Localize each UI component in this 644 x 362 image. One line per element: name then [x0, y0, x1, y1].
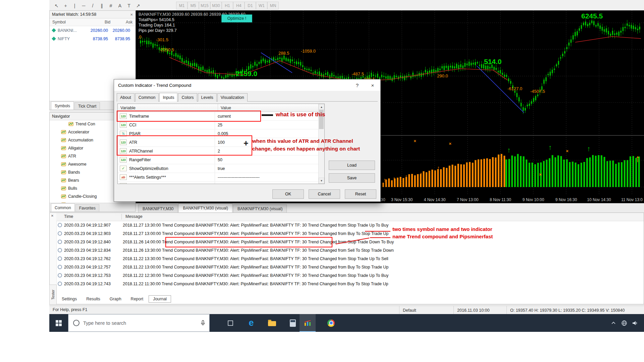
column-message[interactable]: Message — [125, 214, 143, 219]
journal-row[interactable]: 2020.03.23 04:19:12.8342018.11.26 13:30:… — [56, 246, 644, 254]
chart-tab-0[interactable]: BANKNIFTY,M30 — [138, 204, 178, 213]
timeframe-H4-button[interactable]: H4 — [233, 2, 245, 9]
scroll-down-icon[interactable]: ▼ — [319, 178, 324, 184]
journal-message: 2018.11.22 11:30:00 Trend Compound BANKN… — [123, 282, 388, 286]
dialog-tab-common[interactable]: Common — [135, 93, 159, 102]
column-bid[interactable]: Bid — [89, 20, 111, 24]
help-icon[interactable]: ? — [350, 79, 365, 91]
journal-row[interactable]: 2020.03.23 04:19:12.9032018.11.27 13:00:… — [56, 229, 644, 238]
chart-tab-2[interactable]: BANKNIFTY,M30 (visual) — [233, 204, 287, 213]
input-row-cci[interactable]: 123CCI25 — [118, 121, 324, 129]
journal-time: 2020.03.23 04:19:12.903 — [64, 231, 122, 236]
dialog-tab-levels[interactable]: Levels — [198, 93, 217, 102]
tester-tab-graph[interactable]: Graph — [106, 296, 125, 302]
type-check-icon: ✓ — [120, 166, 127, 171]
input-row-alerts-settings[interactable]: ab***Alerts Settings***-----------------… — [118, 173, 324, 182]
tool-vertical-line-icon[interactable]: | — [70, 1, 79, 10]
dialog-tab-about[interactable]: About — [117, 93, 135, 102]
market-watch-row[interactable]: NIFTY8738.958738.95 — [50, 35, 135, 43]
journal-row[interactable]: 2020.03.23 04:19:12.7572018.11.22 13:00:… — [56, 263, 644, 271]
edge-button[interactable]: e — [243, 314, 259, 332]
close-icon[interactable]: × — [130, 12, 133, 17]
tool-horizontal-line-icon[interactable]: ─ — [79, 1, 88, 10]
indicator-icon — [61, 178, 66, 182]
column-symbol[interactable]: Symbol — [50, 20, 89, 24]
timeframe-M1-button[interactable]: M1 — [176, 2, 187, 9]
indicator-name: Bands — [68, 170, 80, 175]
microphone-icon[interactable] — [201, 320, 205, 326]
file-explorer-button[interactable] — [264, 314, 280, 332]
scroll-up-icon[interactable]: ▲ — [319, 104, 324, 110]
dialog-tab-visualization[interactable]: Visualization — [217, 93, 248, 102]
dialog-tab-inputs[interactable]: Inputs — [159, 93, 177, 102]
svg-text:×: × — [566, 148, 569, 154]
dialog-tab-colors[interactable]: Colors — [178, 93, 197, 102]
tool-trendline-icon[interactable]: / — [88, 1, 97, 10]
tester-side-tab[interactable]: Tester — [49, 285, 57, 305]
journal-row[interactable]: 2020.03.23 04:19:12.7532018.11.22 12:30:… — [56, 271, 644, 280]
journal-message: 2018.11.27 13:30:00 Trend Compound BANKN… — [123, 223, 388, 228]
tool-text-label-icon[interactable]: T — [124, 1, 133, 10]
input-row-showoptimizebutton[interactable]: ✓ShowOptimizeButtontrue — [118, 164, 324, 173]
load-button[interactable]: Load — [329, 161, 375, 170]
tool-fibonacci-icon[interactable]: # — [106, 1, 115, 10]
timeframe-W1-button[interactable]: W1 — [256, 2, 267, 9]
task-view-button[interactable] — [222, 314, 238, 332]
timeframe-H1-button[interactable]: H1 — [222, 2, 233, 9]
tester-tab-journal[interactable]: Journal — [149, 295, 171, 303]
annotation-text: two times symbol name and two indicator — [392, 226, 492, 232]
variable-name: CCI — [129, 123, 137, 127]
svg-text:↑: ↑ — [587, 145, 591, 153]
reset-button[interactable]: Reset — [345, 189, 376, 199]
timeframe-MN-button[interactable]: MN — [267, 2, 279, 9]
market-watch-tab-tick-chart[interactable]: Tick Chart — [74, 102, 100, 110]
timeframe-M30-button[interactable]: M30 — [210, 2, 222, 9]
indicator-icon — [61, 186, 66, 190]
market-watch-row[interactable]: BANKNI...20260.0020260.00 — [50, 26, 135, 35]
metatrader-taskbar-button[interactable] — [300, 314, 316, 332]
annotation-dash — [262, 114, 273, 116]
svg-text:↑: ↑ — [393, 176, 396, 182]
dialog-titlebar[interactable]: Custom Indicator - Trend Compound — [114, 79, 380, 91]
tool-text-icon[interactable]: A — [115, 1, 124, 10]
timeframe-M15-button[interactable]: M15 — [199, 2, 210, 9]
column-ask[interactable]: Ask — [110, 20, 135, 24]
variable-name: ShowOptimizeButton — [129, 166, 168, 171]
navigator-tab-common[interactable]: Common — [51, 203, 75, 212]
tester-tab-bar: SettingsResultsGraphReportJournal — [58, 295, 171, 303]
calculator-button[interactable] — [285, 314, 301, 332]
tool-arrow-object-icon[interactable]: ↗ — [133, 1, 143, 10]
tool-crosshair-icon[interactable]: + — [61, 1, 70, 10]
volume-tray-button[interactable] — [630, 314, 640, 332]
network-tray-button[interactable] — [620, 314, 629, 332]
input-row[interactable]: 123 — [118, 182, 324, 184]
svg-text:9 Nov 16:30: 9 Nov 16:30 — [555, 197, 577, 202]
journal-row[interactable]: 2020.03.23 04:19:12.9072018.11.27 13:30:… — [56, 221, 644, 229]
tool-equidistant-channel-icon[interactable]: ∥ — [97, 1, 106, 10]
chrome-button[interactable] — [323, 314, 339, 332]
desktop: ↖+|─/∥#AT↗ M1M5M15M30H1H4D1W1MN Market W… — [0, 0, 644, 362]
tester-tab-report[interactable]: Report — [127, 296, 148, 302]
journal-row[interactable]: 2020.03.23 04:19:12.8402018.11.26 14:00:… — [56, 238, 644, 246]
input-row-rangefilter[interactable]: 123RangeFilter50 — [118, 156, 324, 164]
timeframe-D1-button[interactable]: D1 — [245, 2, 256, 9]
column-time[interactable]: Time — [64, 214, 73, 219]
optimize-button[interactable]: Optimize ! — [221, 14, 252, 22]
cancel-button[interactable]: Cancel — [309, 189, 340, 199]
start-button[interactable] — [49, 314, 68, 332]
market-watch-tab-symbols[interactable]: Symbols — [51, 102, 74, 110]
navigator-tab-favorites[interactable]: Favorites — [75, 204, 99, 212]
tester-tab-settings[interactable]: Settings — [58, 296, 81, 302]
tester-tab-results[interactable]: Results — [82, 296, 104, 302]
tool-cursor-icon[interactable]: ↖ — [52, 1, 61, 10]
close-icon[interactable]: × — [51, 213, 54, 218]
chart-tab-1[interactable]: BANKNIFTY,M30 (visual) — [178, 203, 232, 213]
save-button[interactable]: Save — [329, 173, 375, 183]
taskbar-search-input[interactable]: Type here to search — [68, 314, 210, 332]
journal-row[interactable]: 2020.03.23 04:19:12.7622018.11.22 13:30:… — [56, 254, 644, 263]
close-icon[interactable]: × — [365, 79, 380, 91]
timeframe-M5-button[interactable]: M5 — [187, 2, 199, 9]
tray-expand-button[interactable] — [609, 314, 618, 332]
ok-button[interactable]: OK — [272, 189, 304, 199]
journal-row[interactable]: 2020.03.23 04:19:12.7432018.11.22 11:30:… — [56, 280, 644, 288]
